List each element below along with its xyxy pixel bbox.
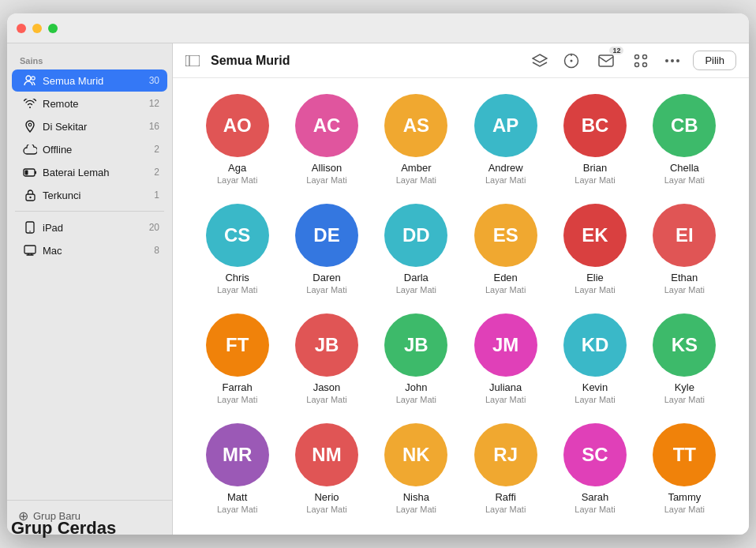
student-card[interactable]: RJ Raffi Layar Mati bbox=[465, 423, 546, 514]
student-name: Nisha bbox=[403, 491, 429, 503]
student-card[interactable]: KD Kevin Layar Mati bbox=[554, 313, 635, 404]
student-avatar: AS bbox=[384, 94, 447, 157]
student-card[interactable]: AO Aga Layar Mati bbox=[196, 94, 278, 185]
sidebar-item-ipad[interactable]: iPad 20 bbox=[12, 216, 167, 238]
student-status: Layar Mati bbox=[485, 285, 526, 295]
ipad-icon bbox=[23, 220, 37, 235]
sidebar-count: 12 bbox=[149, 98, 159, 109]
maximize-button[interactable] bbox=[48, 24, 58, 33]
student-card[interactable]: CB Chella Layar Mati bbox=[644, 94, 725, 185]
more-button[interactable] bbox=[661, 50, 683, 72]
student-avatar: ES bbox=[474, 204, 537, 267]
svg-rect-16 bbox=[599, 55, 613, 66]
student-card[interactable]: JB John Layar Mati bbox=[376, 313, 457, 404]
student-status: Layar Mati bbox=[217, 505, 257, 514]
student-status: Layar Mati bbox=[306, 285, 346, 295]
student-name: Tammy bbox=[668, 491, 701, 503]
student-card[interactable]: ES Eden Layar Mati bbox=[465, 204, 546, 295]
sidebar-item-remote[interactable]: Remote 12 bbox=[12, 92, 167, 114]
sidebar-item-baterai-lemah[interactable]: Baterai Lemah 2 bbox=[12, 161, 167, 183]
minimize-button[interactable] bbox=[32, 24, 42, 33]
sidebar-toggle-icon[interactable] bbox=[185, 55, 200, 66]
student-status: Layar Mati bbox=[217, 285, 257, 295]
student-card[interactable]: EK Elie Layar Mati bbox=[554, 204, 635, 295]
student-name: Jason bbox=[313, 381, 341, 393]
student-card[interactable]: AP Andrew Layar Mati bbox=[465, 94, 546, 185]
svg-point-7 bbox=[29, 197, 31, 198]
student-name: Daren bbox=[313, 272, 340, 283]
student-status: Layar Mati bbox=[574, 395, 615, 404]
sidebar-label: Di Sekitar bbox=[43, 121, 144, 133]
student-avatar: EK bbox=[563, 204, 627, 267]
student-avatar: AP bbox=[474, 94, 537, 157]
sidebar-item-offline[interactable]: Offline 2 bbox=[12, 138, 167, 160]
student-card[interactable]: MR Matt Layar Mati bbox=[196, 423, 278, 514]
header-icons: 12 bbox=[529, 50, 736, 72]
messages-button[interactable]: 12 bbox=[592, 50, 620, 72]
svg-rect-10 bbox=[24, 246, 36, 253]
student-card[interactable]: TT Tammy Layar Mati bbox=[644, 423, 725, 514]
student-avatar: FT bbox=[206, 313, 269, 377]
student-status: Layar Mati bbox=[485, 175, 526, 185]
sidebar-label: Offline bbox=[43, 144, 148, 156]
sidebar-label: Baterai Lemah bbox=[43, 167, 148, 178]
sidebar-item-di-sekitar[interactable]: Di Sekitar 16 bbox=[12, 115, 167, 137]
student-status: Layar Mati bbox=[574, 505, 615, 514]
message-count: 12 bbox=[609, 47, 623, 54]
sidebar-item-mac[interactable]: Mac 8 bbox=[12, 239, 167, 261]
svg-rect-11 bbox=[185, 55, 200, 66]
student-card[interactable]: DE Daren Layar Mati bbox=[286, 204, 367, 295]
student-name: Chris bbox=[225, 272, 249, 283]
titlebar bbox=[7, 13, 749, 43]
student-grid: AO Aga Layar Mati AC Allison Layar Mati … bbox=[196, 94, 725, 514]
student-card[interactable]: JM Juliana Layar Mati bbox=[465, 313, 546, 404]
student-avatar: BC bbox=[563, 94, 627, 157]
layers-button[interactable] bbox=[529, 50, 551, 72]
student-card[interactable]: EI Ethan Layar Mati bbox=[644, 204, 725, 295]
student-avatar: NK bbox=[384, 423, 447, 486]
student-card[interactable]: AC Allison Layar Mati bbox=[286, 94, 367, 185]
pilih-button[interactable]: Pilih bbox=[693, 51, 736, 70]
sidebar-count: 2 bbox=[154, 167, 159, 178]
student-card[interactable]: FT Farrah Layar Mati bbox=[196, 313, 278, 404]
student-card[interactable]: CS Chris Layar Mati bbox=[196, 204, 278, 295]
student-grid-container: AO Aga Layar Mati AC Allison Layar Mati … bbox=[173, 78, 749, 535]
student-card[interactable]: JB Jason Layar Mati bbox=[286, 313, 367, 404]
student-name: Nerio bbox=[314, 491, 339, 503]
student-avatar: JM bbox=[474, 313, 537, 377]
student-status: Layar Mati bbox=[664, 175, 705, 185]
sidebar-count: 8 bbox=[154, 245, 159, 256]
sidebar-item-semua-murid[interactable]: Semua Murid 30 bbox=[12, 69, 167, 92]
student-card[interactable]: DD Darla Layar Mati bbox=[376, 204, 457, 295]
svg-point-0 bbox=[26, 76, 31, 81]
student-avatar: DE bbox=[295, 204, 358, 267]
student-avatar: RJ bbox=[474, 423, 537, 486]
svg-rect-5 bbox=[25, 170, 28, 175]
sidebar-count: 30 bbox=[149, 75, 159, 86]
student-status: Layar Mati bbox=[664, 505, 705, 514]
student-avatar: TT bbox=[653, 423, 716, 486]
sidebar-items: Semua Murid 30 Remote 12 Di Sekitar 16 O… bbox=[7, 69, 172, 262]
student-card[interactable]: NM Nerio Layar Mati bbox=[286, 423, 367, 514]
student-card[interactable]: BC Brian Layar Mati bbox=[554, 94, 635, 185]
student-status: Layar Mati bbox=[306, 505, 346, 514]
student-card[interactable]: KS Kyle Layar Mati bbox=[644, 313, 725, 404]
student-status: Layar Mati bbox=[217, 175, 257, 185]
student-avatar: AO bbox=[206, 94, 269, 157]
grid-view-button[interactable] bbox=[630, 50, 652, 72]
svg-point-2 bbox=[28, 123, 32, 126]
student-name: Aga bbox=[228, 162, 246, 174]
student-card[interactable]: NK Nisha Layar Mati bbox=[376, 423, 457, 514]
student-card[interactable]: SC Sarah Layar Mati bbox=[554, 423, 635, 514]
close-button[interactable] bbox=[17, 24, 26, 33]
sidebar-divider bbox=[15, 211, 164, 212]
student-avatar: JB bbox=[384, 313, 447, 377]
sidebar-label: Semua Murid bbox=[43, 75, 144, 87]
student-card[interactable]: AS Amber Layar Mati bbox=[376, 94, 457, 185]
svg-point-19 bbox=[635, 62, 639, 66]
wifi-icon bbox=[23, 96, 37, 111]
student-status: Layar Mati bbox=[396, 395, 436, 404]
student-name: Allison bbox=[312, 162, 342, 174]
compass-button[interactable] bbox=[560, 50, 582, 72]
sidebar-item-terkunci[interactable]: Terkunci 1 bbox=[12, 184, 167, 206]
